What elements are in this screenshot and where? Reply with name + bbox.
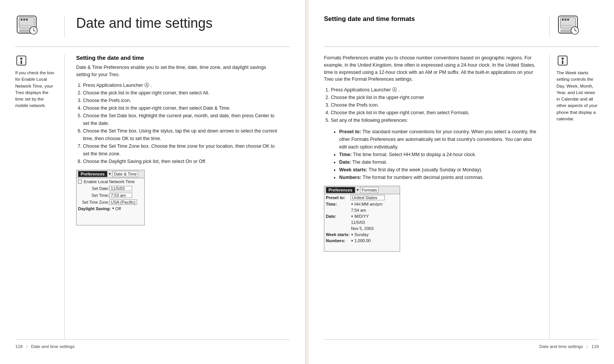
numbers-row: Numbers: ▼ 1,000.00 <box>324 238 400 244</box>
step-6: Choose the Set Time box. Using the stylu… <box>83 127 279 142</box>
footer-sep-left: :: <box>26 344 28 349</box>
time-label: Time: <box>326 202 351 206</box>
set-date-label: Set Date: <box>78 186 109 191</box>
left-page-title-area: Date and time settings <box>65 15 290 31</box>
set-timezone-label: Set Time Zone: <box>78 200 109 204</box>
week-value: Sunday <box>354 232 368 237</box>
set-time-label: Set Time: <box>78 193 109 198</box>
formats-dropdown: Formats <box>360 187 378 193</box>
right-page-header: Setting date and time formats <box>324 15 599 37</box>
right-header-divider <box>324 46 599 47</box>
numbers-value: 1,000.00 <box>354 238 371 243</box>
section1-steps: Press Applications Launcher Ⓐ . Choose t… <box>83 81 279 165</box>
left-page-inner: If you check the box for Enable Local Ne… <box>15 54 290 339</box>
section2-intro: Formats Preferences enable you to choose… <box>324 54 538 83</box>
svg-rect-27 <box>562 61 563 64</box>
left-footer-title: Date and time settings <box>31 344 75 349</box>
set-timezone-row: Set Time Zone: USA (Pacific) <box>77 199 144 206</box>
left-margin-note: If you check the box for Enable Local Ne… <box>15 70 57 109</box>
right-page-inner: Formats Preferences enable you to choose… <box>324 54 599 339</box>
step-5: Choose the Set Date box. Highlight the c… <box>83 112 279 127</box>
enable-network-time-row: Enable Local Network Time <box>77 178 144 185</box>
svg-rect-21 <box>562 19 564 21</box>
date-value2-row: Nov 5, 2003 <box>324 225 400 231</box>
prefs-formats-header: Preferences ▼ Formats <box>324 186 400 194</box>
daylight-value: Off <box>115 206 121 211</box>
left-page-header: Date and time settings <box>15 15 290 37</box>
tip-icon-right <box>557 54 569 67</box>
left-page-num: 118 <box>15 344 22 349</box>
svg-rect-23 <box>567 19 569 21</box>
bullet-time: Time: The time format. Select HH:MM to d… <box>339 151 538 158</box>
time-row: Time: ▼ HH:MM am/pm <box>324 201 400 207</box>
right-header-main: Setting date and time formats <box>324 15 549 26</box>
week-arrow: ▼ <box>351 233 354 236</box>
datetime-dropdown: Date & Time <box>112 171 139 177</box>
preset-value: United States <box>351 195 385 200</box>
set-timezone-value: USA (Pacific) <box>109 200 137 205</box>
numbers-arrow: ▼ <box>351 239 354 243</box>
preset-label: Preset to: <box>326 195 351 200</box>
svg-point-12 <box>20 57 22 60</box>
svg-rect-9 <box>26 19 28 21</box>
week-label: Week starts: <box>326 232 351 237</box>
week-row: Week starts: ▼ Sunday <box>324 231 400 238</box>
step-2: Choose the pick list in the upper-right … <box>83 89 279 97</box>
step-8: Choose the Daylight Saving pick list, th… <box>83 158 279 165</box>
date-arrow: ▼ <box>351 215 354 218</box>
date-format: M/D/YY <box>354 214 369 219</box>
set-date-row: Set Date: 11/5/03 <box>77 185 144 192</box>
step-3: Choose the Prefs icon. <box>83 97 279 104</box>
header-divider <box>15 46 290 47</box>
treo-device-icon-right <box>557 15 581 36</box>
section1-intro: Date & Time Preferences enable you to se… <box>76 64 279 78</box>
svg-rect-7 <box>21 19 22 21</box>
date-value2: Nov 5, 2003 <box>351 226 373 231</box>
left-margin: If you check the box for Enable Local Ne… <box>15 54 65 339</box>
footer-sep-right: :: <box>586 344 588 349</box>
date-label: Date: <box>326 214 351 219</box>
step-4: Choose the pick list in the upper-right … <box>83 104 279 112</box>
r-step-3: Choose the Prefs icon. <box>331 101 538 109</box>
set-time-row: Set Time: 7:53 am <box>77 192 144 199</box>
formats-arrow: ▼ <box>356 188 359 192</box>
right-page-footer: Date and time settings :: 119 <box>324 339 599 349</box>
section2-title: Setting date and time formats <box>324 15 542 23</box>
right-page: Setting date and time formats <box>309 0 614 364</box>
set-date-value: 11/5/03 <box>109 186 132 191</box>
step-7: Choose the Set Time Zone box. Choose the… <box>83 142 279 158</box>
date-row: Date: ▼ M/D/YY <box>324 213 400 219</box>
date-value1-row: 11/5/03 <box>324 219 400 225</box>
right-main-content: Formats Preferences enable you to choose… <box>324 54 549 339</box>
left-main-content: Setting the date and time Date & Time Pr… <box>65 54 290 339</box>
bullet-preset: Preset to: The standard number conventio… <box>339 128 538 151</box>
step-1: Press Applications Launcher Ⓐ . <box>83 81 279 89</box>
time-value-row: 7:54 am <box>324 207 400 213</box>
daylight-label: Daylight Saving: <box>78 206 111 211</box>
treo-device-icon <box>15 15 40 36</box>
section1-title: Setting the date and time <box>76 54 279 61</box>
prefs-formats-btn: Preferences <box>326 187 355 193</box>
r-step-1: Press Applications Launcher Ⓐ . <box>331 86 538 94</box>
right-margin-note: The Week starts setting controls the Day… <box>557 70 599 122</box>
network-time-checkbox <box>78 180 82 184</box>
r-step-4: Choose the pick list in the upper-right … <box>331 109 538 117</box>
tip-icon-left <box>15 54 27 67</box>
section2-steps: Press Applications Launcher Ⓐ . Choose t… <box>331 86 538 124</box>
svg-rect-22 <box>565 19 566 21</box>
prefs-btn: Preferences <box>78 171 107 177</box>
date-value1: 11/5/03 <box>351 220 365 225</box>
header-arrow: ▼ <box>108 172 112 176</box>
daylight-arrow: ▼ <box>112 207 115 210</box>
network-time-label: Enable Local Network Time <box>84 179 135 184</box>
time-value: 7:54 am <box>351 208 366 212</box>
right-footer-title: Date and time settings <box>539 344 583 349</box>
prefs-datetime-header: Preferences ▼ Date & Time <box>77 170 144 178</box>
right-page-num: 119 <box>592 344 599 349</box>
left-page: Date and time settings If you check the … <box>0 0 306 364</box>
right-header-margin <box>549 15 599 37</box>
svg-point-26 <box>561 57 564 60</box>
prefs-datetime-ui: Preferences ▼ Date & Time Enable Local N… <box>76 170 145 225</box>
svg-rect-13 <box>21 61 22 64</box>
svg-rect-8 <box>23 19 25 21</box>
